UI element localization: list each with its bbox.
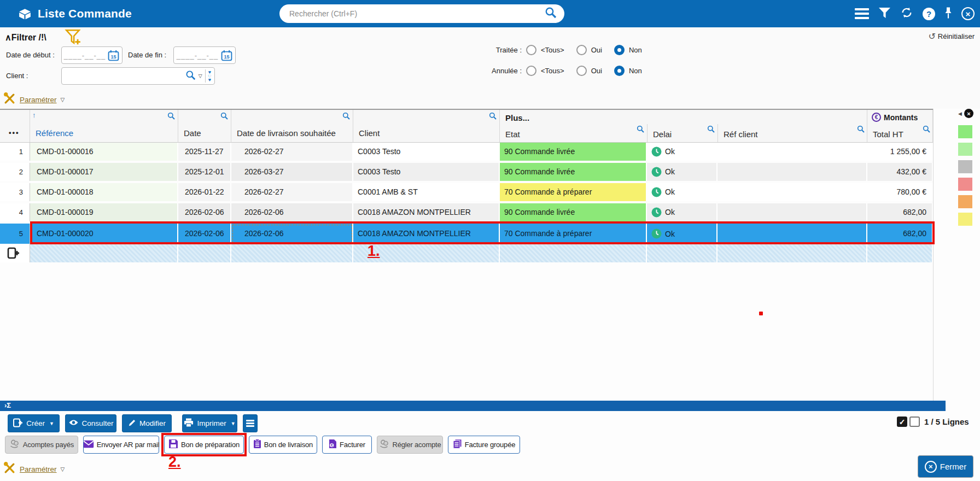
column-header-delai[interactable]: Delai: [647, 124, 718, 142]
group-plus-label[interactable]: Plus...: [505, 113, 529, 122]
filter-icon[interactable]: [878, 7, 891, 21]
filter-section-title[interactable]: ∧Filtrer /!\: [5, 32, 46, 43]
search-column-icon[interactable]: [707, 125, 715, 135]
table-row[interactable]: 1 CMD-01-000016 2025-11-27 2026-02-27 C0…: [0, 143, 933, 163]
cell-date[interactable]: 2026-02-06: [178, 203, 231, 221]
calendar-icon[interactable]: 15: [108, 50, 119, 61]
cell-ref-client[interactable]: [718, 143, 867, 161]
select-all-checkbox[interactable]: ✓: [897, 417, 907, 427]
cell-date[interactable]: 2025-11-27: [178, 143, 231, 161]
select-none-checkbox[interactable]: [909, 417, 920, 427]
imprimer-button[interactable]: Imprimer▼: [182, 414, 237, 432]
reset-filters-button[interactable]: ↺ Réinitialiser: [928, 31, 975, 42]
cell-reference[interactable]: CMD-01-000019: [30, 203, 178, 221]
cell-delai[interactable]: Ok: [647, 163, 718, 181]
search-column-icon[interactable]: [220, 112, 228, 122]
table-row[interactable]: 4 CMD-01-000019 2026-02-06 2026-02-06 C0…: [0, 203, 933, 224]
cell-date-livraison[interactable]: 2026-02-06: [231, 203, 353, 221]
column-header-date-livraison[interactable]: Date de livraison souhaitée: [231, 110, 353, 142]
cell-total-ht[interactable]: 780,00 €: [867, 183, 933, 201]
annulee-radio-tous[interactable]: [526, 66, 536, 76]
help-icon[interactable]: ?: [923, 8, 935, 20]
column-header-client[interactable]: Client: [353, 110, 500, 142]
cell-etat[interactable]: 90 Commande livrée: [500, 163, 647, 181]
close-window-icon[interactable]: ×: [961, 7, 975, 20]
sum-bar[interactable]: ›Σ: [0, 401, 946, 411]
cell-date[interactable]: 2026-02-06: [178, 224, 231, 244]
cell-client[interactable]: C0018 AMAZON MONTPELLIER: [353, 203, 500, 221]
search-column-icon[interactable]: [923, 125, 930, 135]
search-column-icon[interactable]: [489, 112, 497, 122]
row-options-icon[interactable]: •••: [9, 128, 20, 137]
calendar-icon[interactable]: 15: [221, 50, 232, 61]
client-dropdown-icon[interactable]: ▽: [199, 73, 202, 79]
cell-reference[interactable]: CMD-01-000018: [30, 183, 178, 201]
button-facture-groupee[interactable]: Facture groupée: [448, 436, 520, 454]
traitee-radio-oui[interactable]: [576, 45, 587, 55]
column-header-reference[interactable]: ↑ Référence: [30, 110, 178, 142]
cell-etat[interactable]: 90 Commande livrée: [500, 143, 647, 161]
cell-reference[interactable]: CMD-01-000020: [30, 224, 178, 244]
cell-delai[interactable]: Ok: [647, 183, 718, 201]
cell-ref-client[interactable]: [718, 203, 867, 221]
cell-client[interactable]: C0018 AMAZON MONTPELLIER: [353, 224, 500, 244]
cell-total-ht[interactable]: 432,00 €: [867, 163, 933, 181]
cell-delai[interactable]: Ok: [647, 143, 718, 161]
cell-date[interactable]: 2026-01-22: [178, 183, 231, 201]
global-search[interactable]: [279, 4, 564, 23]
cell-date-livraison[interactable]: 2026-02-06: [231, 224, 353, 244]
funnel-add-icon[interactable]: [65, 28, 81, 48]
cell-total-ht[interactable]: 682,00: [867, 203, 933, 221]
traitee-radio-tous[interactable]: [526, 45, 536, 55]
table-row[interactable]: 5 CMD-01-000020 2026-02-06 2026-02-06 C0…: [0, 224, 933, 244]
panel-collapse-icon[interactable]: ◀: [958, 111, 962, 116]
menu-icon[interactable]: [855, 8, 869, 19]
fermer-button[interactable]: × Fermer: [918, 455, 973, 478]
column-header-date[interactable]: Date: [178, 110, 231, 142]
date-start-field[interactable]: ____-__-__ 15: [61, 46, 122, 64]
parametrer-link-bottom[interactable]: Paramétrer ▽: [3, 462, 65, 477]
modifier-button[interactable]: Modifier: [122, 414, 172, 432]
button-regler-acompte[interactable]: Régler acompte: [377, 436, 443, 454]
cell-reference[interactable]: CMD-01-000017: [30, 163, 178, 181]
cell-etat[interactable]: 70 Commande à préparer: [500, 183, 647, 201]
button-acomptes-payes[interactable]: Acomptes payés: [5, 436, 78, 454]
cell-ref-client[interactable]: [718, 163, 867, 181]
cell-total-ht[interactable]: 682,00: [867, 224, 933, 244]
search-column-icon[interactable]: [857, 125, 865, 135]
cell-client[interactable]: C0003 Testo: [353, 143, 500, 161]
favorites-icon[interactable]: ♥♥♥: [208, 71, 211, 82]
pin-icon[interactable]: [944, 7, 952, 21]
cell-client[interactable]: C0003 Testo: [353, 163, 500, 181]
add-row-icon[interactable]: [7, 247, 20, 261]
cell-reference[interactable]: CMD-01-000016: [30, 143, 178, 161]
column-header-total-ht[interactable]: Total HT: [867, 124, 933, 142]
collapse-icon[interactable]: ∧: [5, 33, 11, 42]
client-search-icon[interactable]: [185, 70, 196, 83]
search-input[interactable]: [289, 9, 545, 18]
cell-date[interactable]: 2025-12-01: [178, 163, 231, 181]
search-column-icon[interactable]: [637, 125, 644, 135]
annulee-radio-oui[interactable]: [576, 66, 587, 76]
button-envoyer-ar-par-mail[interactable]: Envoyer AR par mail: [83, 436, 159, 454]
cell-etat[interactable]: 70 Commande à préparer: [500, 224, 647, 244]
panel-close-icon[interactable]: ×: [964, 109, 973, 118]
refresh-icon[interactable]: [900, 7, 913, 21]
client-input[interactable]: [66, 72, 185, 80]
column-header-ref-client[interactable]: Réf client: [718, 124, 867, 142]
cell-date-livraison[interactable]: 2026-03-27: [231, 163, 353, 181]
new-row[interactable]: [0, 244, 933, 262]
more-actions-button[interactable]: [243, 414, 258, 432]
parametrer-link-top[interactable]: Paramétrer ▽: [3, 92, 65, 107]
cell-delai[interactable]: Ok: [647, 224, 718, 244]
table-row[interactable]: 2 CMD-01-000017 2025-12-01 2026-03-27 C0…: [0, 163, 933, 183]
search-icon[interactable]: [545, 7, 557, 21]
date-end-field[interactable]: ____-__-__ 15: [173, 46, 236, 64]
cell-ref-client[interactable]: [718, 224, 867, 244]
button-facturer[interactable]: € Facturer: [322, 436, 372, 454]
cell-date-livraison[interactable]: 2026-02-27: [231, 143, 353, 161]
column-header-etat[interactable]: Etat: [500, 124, 647, 142]
cell-delai[interactable]: Ok: [647, 203, 718, 221]
search-column-icon[interactable]: [167, 112, 175, 122]
cell-etat[interactable]: 90 Commande livrée: [500, 203, 647, 221]
